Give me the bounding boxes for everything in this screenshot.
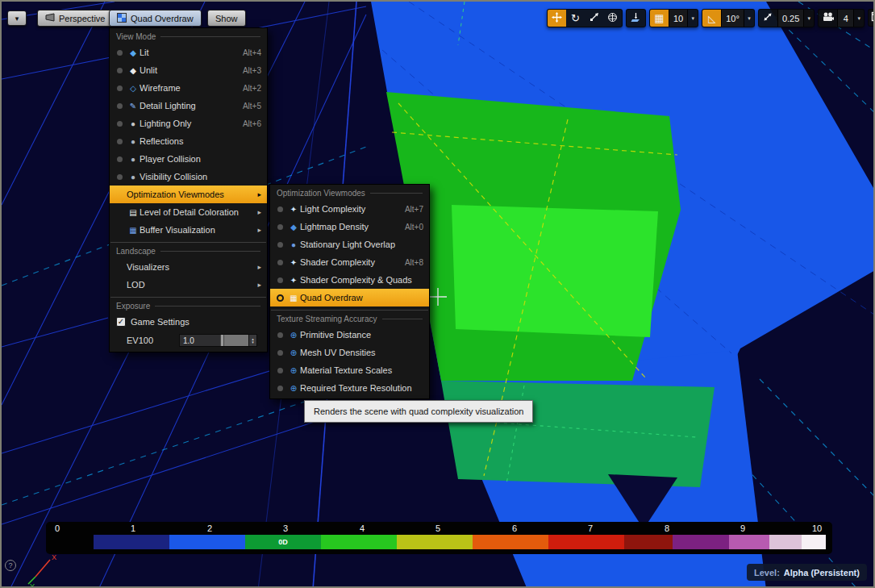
move-tool-button[interactable] xyxy=(548,10,566,27)
level-badge[interactable]: Level: Alpha (Persistent) xyxy=(747,564,867,581)
ev100-spinner[interactable]: ▴▾ xyxy=(248,335,256,346)
rotation-snap-icon: ◺ xyxy=(708,13,715,24)
reflections-icon: ● xyxy=(127,137,140,146)
submenu-arrow-icon: ▸ xyxy=(257,226,261,234)
scale-snap-toggle[interactable] xyxy=(759,10,777,27)
grid-snap-icon: ▦ xyxy=(654,12,664,24)
menu-item-primitive-distance[interactable]: ⊕ Primitive Distance xyxy=(270,326,429,344)
axis-gizmo: X Y xyxy=(16,550,65,588)
menu-item-shader-complexity-quads[interactable]: ✦ Shader Complexity & Quads xyxy=(270,271,429,289)
menu-item-lod[interactable]: LOD ▸ xyxy=(110,276,267,294)
menu-item-wireframe[interactable]: ◇ Wireframe Alt+2 xyxy=(110,79,267,97)
submenu-arrow-icon: ▸ xyxy=(257,190,261,198)
show-label: Show xyxy=(215,14,238,23)
help-icon[interactable]: ? xyxy=(5,560,16,571)
radio-dot xyxy=(117,174,123,180)
quad-overdraw-icon: ▦ xyxy=(287,294,300,302)
shortcut-label: Alt+2 xyxy=(243,84,261,93)
camera-speed-dropdown[interactable]: ▾ xyxy=(853,10,864,27)
menu-item-buffer-visualization[interactable]: ▦ Buffer Visualization ▸ xyxy=(110,221,267,239)
menu-item-lighting-only[interactable]: ● Lighting Only Alt+6 xyxy=(110,115,267,132)
wireframe-icon: ◇ xyxy=(127,84,140,93)
radio-dot xyxy=(277,386,283,391)
radio-dot xyxy=(277,368,283,373)
radio-dot xyxy=(117,68,123,73)
maximize-viewport-button[interactable] xyxy=(868,9,875,27)
menu-item-light-complexity[interactable]: ✦ Light Complexity Alt+7 xyxy=(270,200,429,218)
mesh-uv-densities-icon: ⊕ xyxy=(287,348,300,357)
transform-toolbar: ↻ ▦ 10 ▾ ◺ 10° ▾ xyxy=(547,9,875,27)
radio-dot xyxy=(117,103,123,109)
caret-down-icon: ▾ xyxy=(808,15,811,22)
unlit-icon: ◆ xyxy=(127,66,140,75)
menu-item-stationary-light-overlap[interactable]: ● Stationary Light Overlap xyxy=(270,236,429,253)
view-mode-label: Quad Overdraw xyxy=(131,14,194,23)
ev100-row: EV100 1.0 ▴▾ xyxy=(110,331,267,350)
axis-y-label: Y xyxy=(30,582,35,588)
menu-item-detail-lighting[interactable]: ✎ Detail Lighting Alt+5 xyxy=(110,97,267,115)
game-settings-checkbox[interactable]: ✓ xyxy=(116,317,126,327)
menu-item-unlit[interactable]: ◆ Unlit Alt+3 xyxy=(110,61,267,79)
grid-snap-toggle[interactable]: ▦ xyxy=(650,10,669,27)
camera-speed-value[interactable]: 4 xyxy=(837,10,853,27)
radio-dot xyxy=(277,260,283,265)
surface-snap-button[interactable] xyxy=(627,10,645,27)
menu-item-material-texture-scales[interactable]: ⊕ Material Texture Scales xyxy=(270,361,429,379)
menu-item-lod-coloration[interactable]: ▤ Level of Detail Coloration ▸ xyxy=(110,203,267,221)
shortcut-label: Alt+5 xyxy=(243,102,261,111)
menu-item-lightmap-density[interactable]: ◆ Lightmap Density Alt+0 xyxy=(270,218,429,236)
menu-item-visualizers[interactable]: Visualizers ▸ xyxy=(110,258,267,276)
shortcut-label: Alt+8 xyxy=(405,258,423,267)
scale-snap-value[interactable]: 0.25 xyxy=(777,10,803,27)
camera-speed-button[interactable] xyxy=(819,10,837,27)
view-mode-button[interactable]: Quad Overdraw xyxy=(109,10,202,27)
tooltip: Renders the scene with quad complexity v… xyxy=(304,400,533,423)
scale-tool-button[interactable] xyxy=(585,10,603,27)
shader-complexity-quads-icon: ✦ xyxy=(287,276,300,285)
move-icon xyxy=(552,12,562,25)
caret-down-icon: ▾ xyxy=(691,15,694,22)
player-collision-icon: ● xyxy=(127,155,140,164)
radio-dot xyxy=(117,50,123,56)
show-button[interactable]: Show xyxy=(207,10,246,27)
menu-item-reflections[interactable]: ● Reflections xyxy=(110,132,267,150)
menu-item-shader-complexity[interactable]: ✦ Shader Complexity Alt+8 xyxy=(270,253,429,271)
rotation-snap-dropdown[interactable]: ▾ xyxy=(744,10,754,27)
menu-item-mesh-uv-densities[interactable]: ⊕ Mesh UV Densities xyxy=(270,344,429,361)
view-mode-icon xyxy=(117,13,127,24)
menu-item-quad-overdraw[interactable]: ▦ Quad Overdraw xyxy=(270,289,429,307)
world-space-toggle-button[interactable] xyxy=(603,10,622,27)
legend-color-bands: 0D xyxy=(94,535,826,549)
shortcut-label: Alt+7 xyxy=(405,205,423,214)
radio-dot xyxy=(277,206,283,212)
ev100-value: 1.0 xyxy=(180,335,220,346)
rotation-snap-value[interactable]: 10° xyxy=(721,10,744,27)
menu-item-game-settings[interactable]: ✓ Game Settings xyxy=(110,313,267,331)
radio-dot xyxy=(277,277,283,283)
menu-item-visibility-collision[interactable]: ● Visibility Collision xyxy=(110,168,267,186)
ev100-slider[interactable]: 1.0 ▴▾ xyxy=(179,334,257,347)
rotation-snap-toggle[interactable]: ◺ xyxy=(702,10,721,27)
submenu-arrow-icon: ▸ xyxy=(257,208,261,216)
primitive-distance-icon: ⊕ xyxy=(287,331,300,340)
perspective-button[interactable]: Perspective xyxy=(37,10,113,27)
perspective-icon xyxy=(45,13,55,23)
menu-item-lit[interactable]: ◆ Lit Alt+4 xyxy=(110,44,267,61)
menu-item-player-collision[interactable]: ● Player Collision xyxy=(110,150,267,168)
menu-item-required-texture-resolution[interactable]: ⊕ Required Texture Resolution xyxy=(270,379,429,397)
viewport-options-button[interactable]: ▾ xyxy=(7,10,27,26)
grid-snap-value[interactable]: 10 xyxy=(669,10,687,27)
scale-snap-dropdown[interactable]: ▾ xyxy=(803,10,814,27)
rotate-icon: ↻ xyxy=(571,12,580,24)
overdraw-marker: 0D xyxy=(278,538,288,546)
transform-tools-group: ↻ xyxy=(547,9,623,27)
stationary-light-overlap-icon: ● xyxy=(287,240,300,249)
menu-item-optimization-viewmodes[interactable]: Optimization Viewmodes ▸ xyxy=(110,186,267,203)
scale-icon xyxy=(590,12,599,24)
rotate-tool-button[interactable]: ↻ xyxy=(566,10,585,27)
grid-snap-dropdown[interactable]: ▾ xyxy=(687,10,698,27)
shortcut-label: Alt+3 xyxy=(243,66,261,75)
submenu-section-texture-streaming: Texture Streaming Accuracy xyxy=(270,312,429,326)
menu-section-exposure: Exposure xyxy=(110,299,267,313)
level-value: Alpha (Persistent) xyxy=(784,568,860,578)
